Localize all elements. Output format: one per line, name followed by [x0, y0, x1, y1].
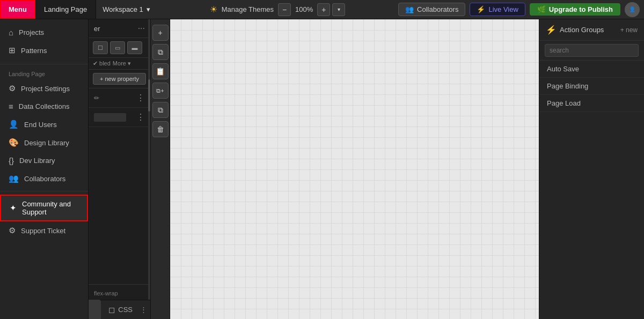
mobile-view-button[interactable]: ☐ [93, 41, 108, 54]
action-groups-icon: ⚡ [546, 25, 557, 35]
search-box [539, 41, 644, 61]
publish-button[interactable]: 🌿 Upgrade to Publish [530, 3, 620, 16]
delete-tool-button[interactable]: 🗑 [152, 121, 169, 137]
bottom-tab-css[interactable]: ◻ CSS [102, 303, 139, 317]
layers-header: er ··· [89, 19, 150, 38]
workspace-label: Workspace 1 [103, 5, 143, 13]
theme-icon[interactable]: ☀ [210, 4, 217, 14]
sidebar-item-design-library[interactable]: 🎨 Design Library [0, 133, 88, 152]
sidebar-item-support-ticket[interactable]: ⚙ Support Ticket [0, 221, 88, 240]
sidebar-section-landing: Landing Page [0, 64, 88, 79]
topbar-center: ☀ Manage Themes − 100% + ▾ [157, 3, 398, 16]
support-ticket-icon: ⚙ [9, 226, 16, 235]
new-property-button[interactable]: + new property [93, 73, 146, 85]
projects-icon: ⌂ [9, 28, 13, 37]
vertical-toolbar: + ⧉ 📋 ⧉+ ⧉ 🗑 [151, 19, 170, 319]
zoom-out-button[interactable]: − [278, 3, 291, 16]
tab-landing-page[interactable]: Landing Page [35, 0, 96, 19]
sidebar-item-community-support-label: Community and Support [22, 200, 78, 216]
end-users-icon: 👤 [9, 120, 19, 129]
action-item-page-binding[interactable]: Page Binding [539, 78, 644, 95]
enabled-label: ✔ bled [93, 60, 111, 67]
topbar-right: 👥 Collaborators ⚡ Live View 🌿 Upgrade to… [398, 2, 644, 17]
sidebar-item-dev-library-label: Dev Library [19, 157, 55, 165]
sidebar-top-section: ⌂ Projects ⊞ Patterns [0, 19, 88, 64]
data-collections-icon: ≡ [9, 102, 13, 111]
layer-row-more[interactable]: ⋮ [136, 93, 145, 103]
right-panel-title: Action Groups [560, 26, 604, 34]
patterns-icon: ⊞ [9, 46, 16, 55]
layers-title: er [94, 25, 100, 33]
live-view-icon: ⚡ [477, 5, 485, 13]
collaborators-icon: 👥 [405, 5, 414, 13]
publish-icon: 🌿 [537, 5, 546, 13]
sidebar-item-projects-label: Projects [19, 28, 44, 36]
sidebar-item-design-library-label: Design Library [24, 139, 69, 147]
add-tool-button[interactable]: + [152, 25, 169, 41]
layers-content: ✏ ⋮ ⋮ [89, 88, 150, 284]
sidebar-item-project-settings[interactable]: ⚙ Project Settings [0, 79, 88, 98]
sidebar-item-dev-library[interactable]: {} Dev Library [0, 152, 88, 169]
layers-more-button[interactable]: ··· [138, 24, 145, 33]
sidebar-item-project-settings-label: Project Settings [21, 85, 70, 93]
paste-tool-button[interactable]: 📋 [152, 63, 169, 79]
bottom-tab-css-label: CSS [118, 306, 133, 314]
sidebar: ⌂ Projects ⊞ Patterns Landing Page ⚙ Pro… [0, 19, 89, 319]
canvas-area[interactable] [170, 19, 539, 319]
search-input[interactable] [545, 44, 639, 57]
publish-label: Upgrade to Publish [549, 5, 613, 13]
bottom-bar-more-button[interactable]: ⋮ [140, 306, 147, 314]
new-action-group-button[interactable]: + new [620, 26, 638, 34]
topbar: Menu Landing Page Workspace 1 ▾ ☀ Manage… [0, 0, 644, 19]
avatar: 👤 [625, 2, 640, 17]
more-label[interactable]: More ▾ [113, 60, 131, 67]
action-item-page-load[interactable]: Page Load [539, 95, 644, 112]
menu-button[interactable]: Menu [0, 0, 35, 19]
right-panel-header: ⚡ Action Groups + new [539, 19, 644, 41]
copy-tool-button[interactable]: ⧉ [152, 44, 169, 60]
css-icon: ◻ [108, 305, 115, 315]
workspace-chevron-icon: ▾ [147, 5, 150, 13]
collaborators-button[interactable]: 👥 Collaborators [398, 3, 465, 16]
manage-themes-button[interactable]: Manage Themes [222, 5, 274, 13]
right-panel: ⚡ Action Groups + new Auto Save Page Bin… [539, 19, 644, 319]
layer-row-edit-icon[interactable]: ✏ [94, 94, 99, 102]
sidebar-item-projects[interactable]: ⌂ Projects [0, 24, 88, 41]
tablet-view-button[interactable]: ▭ [110, 41, 125, 54]
zoom-percentage: 100% [293, 5, 315, 13]
action-item-auto-save[interactable]: Auto Save [539, 61, 644, 78]
main-layout: ⌂ Projects ⊞ Patterns Landing Page ⚙ Pro… [0, 19, 644, 319]
community-support-icon: ✦ [10, 203, 17, 213]
copy-plus-tool-button[interactable]: ⧉+ [152, 83, 169, 99]
zoom-controls: − 100% + ▾ [278, 3, 345, 16]
workspace-selector[interactable]: Workspace 1 ▾ [96, 0, 157, 19]
sidebar-item-support-ticket-label: Support Ticket [21, 227, 65, 235]
sidebar-item-data-collections-label: Data Collections [19, 102, 70, 110]
design-library-icon: 🎨 [9, 138, 19, 147]
layer-row-more-2[interactable]: ⋮ [136, 112, 145, 122]
scrollbar-track [148, 19, 150, 319]
sidebar-item-collaborators[interactable]: 👥 Collaborators [0, 169, 88, 188]
sidebar-item-data-collections[interactable]: ≡ Data Collections [0, 98, 88, 115]
collaborators-sidebar-icon: 👥 [9, 174, 19, 183]
zoom-dropdown-button[interactable]: ▾ [332, 3, 345, 16]
dev-library-icon: {} [9, 156, 14, 165]
live-view-label: Live View [488, 5, 518, 13]
zoom-in-button[interactable]: + [317, 3, 330, 16]
sidebar-item-community-support[interactable]: ✦ Community and Support [0, 195, 88, 221]
project-settings-icon: ⚙ [9, 84, 16, 93]
sidebar-item-end-users[interactable]: 👤 End Users [0, 115, 88, 133]
sidebar-item-end-users-label: End Users [24, 121, 57, 129]
desktop-view-button[interactable]: ▬ [127, 41, 142, 54]
sidebar-item-patterns-label: Patterns [21, 47, 47, 55]
sidebar-item-patterns[interactable]: ⊞ Patterns [0, 41, 88, 60]
flex-wrap-label: flex-wrap [89, 287, 150, 300]
sidebar-divider [0, 191, 88, 191]
sidebar-item-collaborators-label: Collaborators [24, 175, 65, 183]
scrollbar-thumb[interactable] [148, 79, 150, 112]
collaborators-label: Collaborators [417, 5, 458, 13]
layers-panel: er ··· ☐ ▭ ▬ ✔ bled More ▾ + new propert… [89, 19, 151, 319]
live-view-button[interactable]: ⚡ Live View [470, 3, 525, 16]
move-tool-button[interactable]: ⧉ [152, 102, 169, 118]
